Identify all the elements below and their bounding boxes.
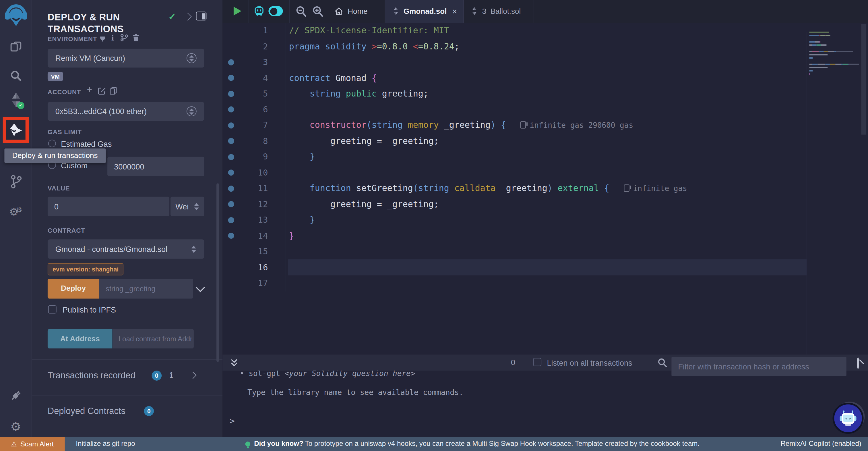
remixai-assistant-button[interactable]: [833, 403, 864, 434]
code-line-7[interactable]: 7 constructor(string memory _greeting) {…: [222, 117, 868, 133]
code-line-3[interactable]: 3: [222, 54, 868, 70]
sidebar-item-file-explorer[interactable]: [0, 39, 32, 55]
code-line-2[interactable]: 2pragma solidity >=0.8.0 <=0.8.24;: [222, 38, 868, 54]
change-marker-dot[interactable]: [222, 233, 239, 239]
sidebar-item-deploy-run-highlighted[interactable]: [3, 117, 29, 143]
env-plug-icon[interactable]: [99, 34, 106, 44]
at-address-button[interactable]: At Address: [48, 329, 113, 349]
line-number: 6: [239, 105, 268, 115]
deploy-expand-chevron-icon[interactable]: [196, 283, 205, 292]
panel-divider: [32, 359, 222, 360]
search-icon: [9, 69, 22, 82]
remix-logo[interactable]: [0, 3, 32, 28]
listen-all-transactions-checkbox[interactable]: [533, 358, 541, 366]
change-marker-dot[interactable]: [222, 75, 239, 81]
value-input[interactable]: [48, 197, 169, 216]
ai-copilot-toggle[interactable]: [268, 6, 283, 16]
change-marker-dot[interactable]: [222, 138, 239, 144]
tab-home[interactable]: Home: [329, 0, 384, 23]
tab-3-ballot-sol[interactable]: 3_Ballot.sol: [464, 0, 534, 23]
value-label: VALUE: [48, 185, 70, 192]
environment-value: Remix VM (Cancun): [55, 54, 187, 63]
collapse-terminal-icon[interactable]: [230, 359, 238, 370]
change-marker-dot[interactable]: [222, 154, 239, 160]
code-line-9[interactable]: 9 }: [222, 149, 868, 165]
git-init-button[interactable]: Initialize as git repo: [76, 440, 135, 448]
code-line-1[interactable]: 1// SPDX-License-Identifier: MIT: [222, 23, 868, 38]
code-line-15[interactable]: 15: [222, 244, 868, 260]
change-marker-dot[interactable]: [222, 170, 239, 176]
change-marker-dot[interactable]: [222, 107, 239, 113]
zoom-in-icon[interactable]: [312, 5, 323, 19]
env-info-icon[interactable]: i: [112, 34, 114, 42]
code-line-10[interactable]: 10: [222, 165, 868, 181]
env-fork-icon[interactable]: [120, 34, 128, 44]
gas-custom-input[interactable]: [107, 157, 204, 176]
sidebar-item-solidity-compiler[interactable]: ✓: [0, 91, 32, 110]
code-line-8[interactable]: 8 greeting = _greeting;: [222, 133, 868, 149]
gutter[interactable]: [222, 249, 239, 255]
value-unit-select[interactable]: Wei: [170, 197, 205, 216]
transactions-expand-chevron-icon[interactable]: [189, 372, 197, 379]
deploy-button[interactable]: Deploy: [48, 279, 99, 299]
code-line-11[interactable]: 11 function setGreeting(string calldata …: [222, 181, 868, 196]
at-address-input[interactable]: [113, 329, 194, 349]
scam-alert-button[interactable]: ⚠ Scam Alert: [0, 437, 65, 451]
sidebar-item-plugin-manager[interactable]: [0, 387, 32, 404]
change-marker-dot[interactable]: [222, 186, 239, 192]
transactions-info-icon[interactable]: i: [170, 371, 173, 379]
close-tab-icon[interactable]: ×: [453, 7, 457, 16]
change-marker-dot[interactable]: [222, 122, 239, 129]
toolbar-separator-2: [289, 0, 290, 23]
run-script-play-icon[interactable]: [234, 7, 241, 16]
environment-select[interactable]: Remix VM (Cancun): [48, 49, 205, 68]
sidebar-item-search[interactable]: [0, 67, 32, 84]
gutter[interactable]: [222, 28, 239, 34]
panel-pin-chevron-icon[interactable]: [184, 12, 191, 20]
sidebar-item-solidity-analyzers[interactable]: ⚙⚙: [0, 202, 32, 220]
code-editor[interactable]: 1// SPDX-License-Identifier: MIT2pragma …: [222, 23, 868, 355]
publish-ipfs-checkbox[interactable]: [48, 305, 57, 314]
change-marker-dot[interactable]: [222, 217, 239, 223]
terminal[interactable]: 0 Listen on all transactions • sol-gpt <…: [222, 355, 868, 437]
remixai-robot-icon[interactable]: [253, 5, 265, 19]
layout-columns-icon[interactable]: [196, 11, 207, 20]
change-marker-dot[interactable]: [222, 91, 239, 97]
code-line-17[interactable]: 17: [222, 275, 868, 291]
minimap[interactable]: [807, 32, 862, 355]
deploy-run-panel: DEPLOY & RUN TRANSACTIONS ✓ ENVIRONMENT …: [32, 0, 222, 437]
terminal-prompt[interactable]: >: [229, 416, 235, 426]
code-line-16[interactable]: 16: [222, 260, 868, 276]
gutter[interactable]: [222, 280, 239, 286]
transaction-filter-input[interactable]: [671, 357, 846, 376]
contract-select[interactable]: Gmonad - contracts/Gmonad.sol: [48, 239, 205, 258]
clear-console-icon[interactable]: [857, 357, 859, 369]
change-marker-dot[interactable]: [222, 201, 239, 207]
code-text: greeting = _greeting;: [286, 196, 868, 212]
account-add-icon[interactable]: +: [87, 85, 92, 95]
zoom-out-icon[interactable]: [296, 5, 307, 19]
code-line-4[interactable]: 4contract Gmonad {: [222, 70, 868, 86]
editor-scrollbar[interactable]: [861, 24, 866, 135]
panel-scrollbar[interactable]: [216, 183, 219, 362]
code-line-12[interactable]: 12 greeting = _greeting;: [222, 196, 868, 212]
gutter[interactable]: [222, 264, 239, 270]
tab-gmonad-sol[interactable]: Gmonad.sol ×: [384, 0, 464, 23]
code-line-13[interactable]: 13 }: [222, 212, 868, 228]
code-line-6[interactable]: 6: [222, 102, 868, 117]
account-edit-icon[interactable]: [98, 87, 105, 97]
change-marker-dot[interactable]: [222, 59, 239, 65]
gutter[interactable]: [222, 44, 239, 49]
account-copy-icon[interactable]: [110, 87, 117, 97]
terminal-search-icon[interactable]: [658, 358, 667, 370]
gas-estimated-radio[interactable]: [48, 140, 56, 147]
deploy-param-input[interactable]: [99, 279, 193, 299]
env-trash-icon[interactable]: [132, 34, 140, 44]
code-line-5[interactable]: 5 string public greeting;: [222, 86, 868, 102]
copilot-status[interactable]: RemixAI Copilot (enabled): [780, 440, 861, 448]
code-line-14[interactable]: 14}: [222, 228, 868, 244]
gas-pump-icon: [520, 121, 526, 129]
sidebar-item-git[interactable]: [0, 173, 32, 191]
account-select[interactable]: 0x5B3...eddC4 (100 ether): [48, 102, 205, 121]
sidebar-item-settings[interactable]: ⚙: [0, 418, 32, 436]
